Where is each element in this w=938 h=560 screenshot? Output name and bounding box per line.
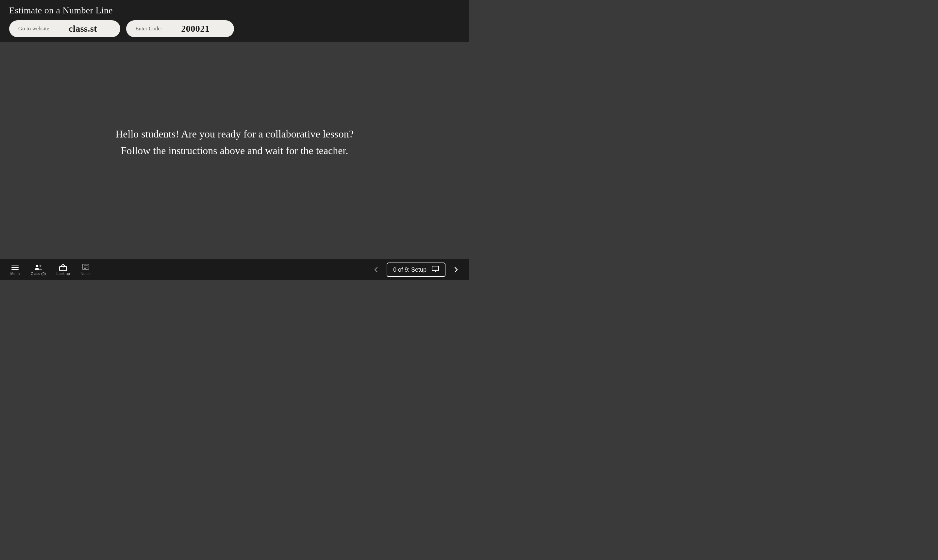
slide-indicator-text: 0 of 9: Setup (393, 266, 426, 273)
forward-button[interactable] (448, 263, 464, 277)
code-label: Enter Code: (135, 25, 162, 32)
welcome-line2: Follow the instructions above and wait f… (116, 142, 353, 159)
main-content: Hello students! Are you ready for a coll… (0, 42, 469, 243)
hamburger-icon (11, 264, 19, 271)
slide-indicator: 0 of 9: Setup (387, 263, 446, 277)
back-button[interactable] (368, 263, 384, 277)
toolbar-left: Menu Class (0) (5, 262, 96, 278)
svg-point-1 (40, 265, 42, 267)
svg-rect-8 (432, 266, 439, 271)
code-pill: Enter Code: 200021 (126, 20, 234, 37)
website-label: Go to website: (18, 25, 51, 32)
lookup-label: Look up (57, 272, 70, 275)
toolbar: Menu Class (0) (0, 259, 469, 280)
welcome-line1: Hello students! Are you ready for a coll… (116, 126, 353, 142)
website-value: class.st (55, 23, 111, 34)
screen-icon (432, 265, 439, 274)
menu-button[interactable]: Menu (5, 262, 25, 278)
toolbar-right: 0 of 9: Setup (368, 263, 464, 277)
lookup-button[interactable]: Look up (52, 262, 74, 278)
lookup-icon (59, 264, 67, 271)
code-value: 200021 (166, 23, 225, 34)
class-label: Class (0) (31, 272, 46, 275)
class-icon (34, 264, 43, 271)
notes-button[interactable]: Notes (76, 262, 96, 278)
notes-label: Notes (81, 272, 91, 275)
svg-point-0 (36, 265, 38, 267)
website-pill: Go to website: class.st (9, 20, 120, 37)
menu-label: Menu (11, 272, 20, 275)
page-title: Estimate on a Number Line (9, 5, 460, 16)
notes-icon (82, 264, 90, 271)
header: Estimate on a Number Line Go to website:… (0, 0, 469, 42)
welcome-text: Hello students! Are you ready for a coll… (116, 126, 353, 159)
class-button[interactable]: Class (0) (26, 262, 51, 278)
header-inputs: Go to website: class.st Enter Code: 2000… (9, 20, 460, 37)
